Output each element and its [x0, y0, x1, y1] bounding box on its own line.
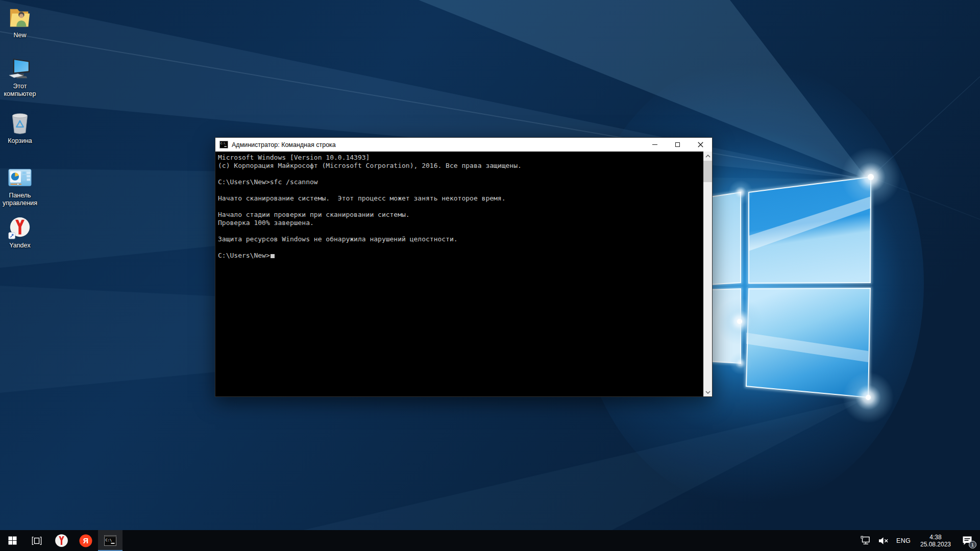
- desktop-icon-new-folder[interactable]: New: [0, 6, 40, 39]
- this-pc-icon: [8, 57, 32, 81]
- cmd-icon: C:\: [219, 141, 228, 148]
- taskbar-yandex-browser-button[interactable]: [49, 530, 74, 551]
- terminal-cursor: [271, 254, 275, 258]
- language-indicator[interactable]: ENG: [896, 537, 911, 544]
- taskbar: Я C:\: [0, 530, 980, 551]
- scroll-down-button[interactable]: [703, 388, 712, 396]
- terminal-prompt: C:\Users\New>: [218, 252, 270, 259]
- desktop-icon-label: Yandex: [9, 242, 30, 249]
- yandex-browser-icon: [8, 216, 32, 240]
- taskbar-yandex-app-button[interactable]: Я: [74, 530, 98, 551]
- terminal-line: [218, 227, 702, 235]
- chevron-up-icon: [705, 155, 710, 158]
- yandex-y-icon: [55, 534, 68, 547]
- svg-text:C:\: C:\: [106, 538, 112, 542]
- desktop-icon-label: New: [13, 32, 26, 39]
- desktop: New Этот компьютер: [0, 0, 980, 551]
- notification-badge: 1: [969, 541, 976, 548]
- maximize-icon: [675, 142, 680, 147]
- chevron-down-icon: [705, 391, 710, 394]
- close-icon: [698, 142, 703, 147]
- desktop-icon-label: Панель управления: [3, 192, 37, 207]
- terminal-line: C:\Users\New>sfc /scannow: [218, 178, 702, 186]
- desktop-icon-label: Этот компьютер: [4, 83, 36, 98]
- task-view-icon: [31, 536, 42, 546]
- desktop-icon-label: Корзина: [8, 137, 32, 145]
- taskbar-clock[interactable]: 4:38 25.08.2023: [918, 534, 953, 548]
- maximize-button[interactable]: [666, 138, 689, 152]
- taskbar-command-prompt-button[interactable]: C:\: [98, 530, 122, 551]
- task-view-button[interactable]: [24, 530, 49, 551]
- volume-muted-icon[interactable]: [878, 537, 889, 545]
- scrollbar-thumb[interactable]: [703, 161, 712, 182]
- cmd-icon: C:\: [104, 535, 116, 546]
- minimize-icon: [652, 144, 657, 145]
- control-panel-icon: [8, 166, 32, 190]
- terminal-scrollbar[interactable]: [703, 152, 712, 396]
- action-center-button[interactable]: 1: [961, 535, 974, 547]
- terminal-prompt-line: C:\Users\New>: [218, 252, 702, 260]
- terminal-line: Начато сканирование системы. Этот процес…: [218, 194, 702, 203]
- window-titlebar[interactable]: C:\ Администратор: Командная строка: [215, 138, 712, 152]
- start-button[interactable]: [0, 530, 24, 551]
- minimize-button[interactable]: [643, 138, 666, 152]
- svg-text:C:\: C:\: [220, 142, 226, 145]
- svg-text:Я: Я: [83, 537, 88, 545]
- recycle-bin-icon: [8, 112, 32, 135]
- desktop-icon-recycle-bin[interactable]: Корзина: [0, 112, 40, 145]
- terminal-line: Защита ресурсов Windows не обнаружила на…: [218, 235, 702, 243]
- window-title: Администратор: Командная строка: [232, 141, 336, 148]
- terminal-line: Microsoft Windows [Version 10.0.14393]: [218, 154, 702, 162]
- terminal[interactable]: Microsoft Windows [Version 10.0.14393] (…: [215, 152, 703, 396]
- yandex-ya-icon: Я: [79, 534, 92, 547]
- ethernet-icon[interactable]: [860, 536, 871, 545]
- terminal-line: [218, 186, 702, 194]
- desktop-icon-yandex[interactable]: Yandex: [0, 216, 40, 249]
- terminal-line: Начало стадии проверки при сканировании …: [218, 211, 702, 219]
- user-folder-icon: [8, 6, 32, 30]
- terminal-line: Проверка 100% завершена.: [218, 219, 702, 227]
- terminal-line: [218, 170, 702, 178]
- windows-logo-icon: [8, 536, 17, 545]
- desktop-icon-this-pc[interactable]: Этот компьютер: [0, 57, 40, 98]
- clock-date: 25.08.2023: [918, 541, 953, 548]
- terminal-line: [218, 203, 702, 211]
- scroll-up-button[interactable]: [703, 152, 712, 160]
- terminal-line: (c) Корпорация Майкрософт (Microsoft Cor…: [218, 162, 702, 170]
- close-button[interactable]: [689, 138, 712, 152]
- system-tray: ENG 4:38 25.08.2023 1: [860, 530, 980, 551]
- terminal-line: [218, 243, 702, 252]
- clock-time: 4:38: [918, 534, 953, 541]
- desktop-icon-control-panel[interactable]: Панель управления: [0, 166, 40, 207]
- command-prompt-window: C:\ Администратор: Командная строка Micr…: [215, 137, 713, 397]
